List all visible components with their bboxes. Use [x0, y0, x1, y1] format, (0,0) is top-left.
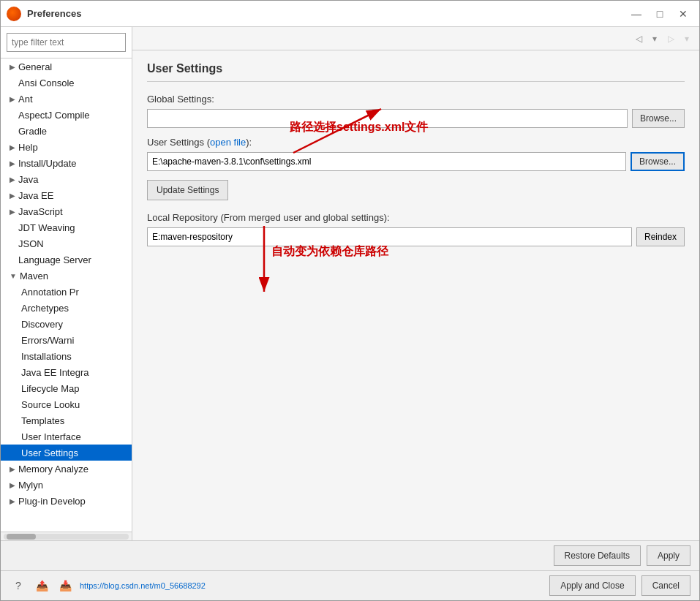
local-repo-input[interactable]	[147, 227, 632, 246]
main-content: ▶ General Ansi Console ▶ Ant AspectJ Com…	[1, 27, 699, 540]
search-box	[1, 27, 132, 58]
expand-icon-maven: ▼	[10, 272, 17, 280]
user-settings-link-label: User Settings (open file):	[147, 137, 685, 148]
sidebar-item-plug-in[interactable]: ▶ Plug-in Develop	[1, 493, 132, 509]
local-repo-label: Local Repository (From merged user and g…	[147, 212, 685, 223]
sidebar-scrollbar	[1, 532, 132, 540]
forward-button[interactable]: ▷	[664, 32, 677, 45]
tree-container: ▶ General Ansi Console ▶ Ant AspectJ Com…	[1, 58, 132, 532]
forward-dropdown-button[interactable]: ▾	[680, 32, 693, 45]
sidebar-item-ant[interactable]: ▶ Ant	[1, 91, 132, 107]
help-icon-button[interactable]: ?	[10, 577, 27, 594]
expand-icon: ▶	[10, 497, 15, 505]
expand-icon: ▶	[10, 159, 15, 167]
bottom-buttons-bottom: ? 📤 📥 https://blog.csdn.net/m0_56688292 …	[1, 570, 699, 600]
sidebar-item-mylyn[interactable]: ▶ Mylyn	[1, 477, 132, 493]
update-settings-button[interactable]: Update Settings	[147, 180, 228, 200]
back-dropdown-button[interactable]: ▾	[648, 32, 661, 45]
preferences-window: Preferences — □ ✕ ▶ General Ansi Console	[0, 0, 700, 601]
sidebar-item-general[interactable]: ▶ General	[1, 58, 132, 75]
global-settings-label: Global Settings:	[147, 94, 685, 105]
local-repo-section: Local Repository (From merged user and g…	[147, 212, 685, 246]
sidebar-item-discovery[interactable]: Discovery	[1, 316, 132, 332]
bottom-left-icons: ? 📤 📥 https://blog.csdn.net/m0_56688292	[10, 577, 206, 594]
app-icon	[7, 7, 21, 21]
global-browse-button[interactable]: Browse...	[632, 109, 685, 128]
sidebar-item-user-interface[interactable]: User Interface	[1, 428, 132, 445]
sidebar-item-java[interactable]: ▶ Java	[1, 171, 132, 187]
expand-icon: ▶	[10, 175, 15, 184]
sidebar-item-gradle[interactable]: Gradle	[1, 123, 132, 139]
sidebar-item-json[interactable]: JSON	[1, 235, 132, 252]
csdn-link[interactable]: https://blog.csdn.net/m0_56688292	[80, 581, 206, 590]
scrollbar-track	[4, 534, 129, 540]
sidebar-item-ansi-console[interactable]: Ansi Console	[1, 75, 132, 91]
bottom-bar: Restore Defaults Apply ? 📤 📥 https://blo…	[1, 540, 699, 600]
close-button[interactable]: ✕	[673, 5, 693, 23]
user-settings-input[interactable]	[147, 152, 626, 171]
expand-icon: ▶	[10, 465, 15, 473]
sidebar-item-memory-analyze[interactable]: ▶ Memory Analyze	[1, 461, 132, 477]
user-settings-row: Browse...	[147, 152, 685, 171]
sidebar-item-lifecycle-map[interactable]: Lifecycle Map	[1, 380, 132, 396]
sidebar-item-annotation-pr[interactable]: Annotation Pr	[1, 284, 132, 300]
sidebar: ▶ General Ansi Console ▶ Ant AspectJ Com…	[1, 27, 132, 540]
expand-icon: ▶	[10, 63, 15, 71]
expand-icon: ▶	[10, 95, 15, 103]
export-button[interactable]: 📤	[33, 577, 50, 594]
apply-button[interactable]: Apply	[647, 545, 690, 566]
sidebar-item-javascript[interactable]: ▶ JavaScript	[1, 203, 132, 219]
bottom-buttons-top: Restore Defaults Apply	[1, 541, 699, 570]
maximize-button[interactable]: □	[650, 5, 670, 23]
back-button[interactable]: ◁	[632, 32, 645, 45]
window-controls: — □ ✕	[626, 5, 693, 23]
sidebar-item-user-settings[interactable]: User Settings	[1, 445, 132, 461]
import-button[interactable]: 📥	[56, 577, 74, 594]
scrollbar-thumb[interactable]	[7, 534, 36, 540]
expand-icon: ▶	[10, 192, 15, 200]
sidebar-item-help[interactable]: ▶ Help	[1, 139, 132, 155]
reindex-button[interactable]: Reindex	[636, 227, 685, 246]
user-browse-button[interactable]: Browse...	[631, 152, 685, 171]
panel-body: User Settings Global Settings: Browse...…	[132, 50, 699, 540]
sidebar-item-java-ee[interactable]: ▶ Java EE	[1, 187, 132, 203]
right-panel: ◁ ▾ ▷ ▾ User Settings Global Settings: B…	[132, 27, 699, 540]
restore-defaults-button[interactable]: Restore Defaults	[554, 545, 641, 566]
sidebar-item-templates[interactable]: Templates	[1, 412, 132, 428]
expand-icon: ▶	[10, 208, 15, 216]
window-title: Preferences	[27, 8, 626, 19]
global-settings-row: Browse...	[147, 109, 685, 128]
expand-icon: ▶	[10, 481, 15, 489]
sidebar-item-archetypes[interactable]: Archetypes	[1, 300, 132, 316]
cancel-button[interactable]: Cancel	[641, 575, 690, 596]
sidebar-item-errors-warnings[interactable]: Errors/Warni	[1, 332, 132, 348]
expand-icon: ▶	[10, 143, 15, 151]
local-repo-row: Reindex	[147, 227, 685, 246]
apply-close-button[interactable]: Apply and Close	[549, 575, 635, 596]
panel-title: User Settings	[147, 62, 685, 82]
sidebar-item-language-server[interactable]: Language Server	[1, 252, 132, 268]
minimize-button[interactable]: —	[626, 5, 647, 23]
open-file-link[interactable]: open file	[210, 137, 246, 148]
sidebar-item-jdt-weaving[interactable]: JDT Weaving	[1, 219, 132, 235]
sidebar-item-maven[interactable]: ▼ Maven	[1, 268, 132, 284]
title-bar: Preferences — □ ✕	[1, 1, 699, 27]
annotation-text-2: 自动变为依赖仓库路径	[271, 244, 388, 260]
search-input[interactable]	[7, 33, 126, 52]
sidebar-item-java-ee-integr[interactable]: Java EE Integra	[1, 364, 132, 380]
panel-toolbar: ◁ ▾ ▷ ▾	[132, 27, 699, 50]
sidebar-item-aspectj[interactable]: AspectJ Compile	[1, 107, 132, 123]
sidebar-item-source-lookup[interactable]: Source Looku	[1, 396, 132, 412]
sidebar-item-installations[interactable]: Installations	[1, 348, 132, 364]
sidebar-item-install-update[interactable]: ▶ Install/Update	[1, 155, 132, 171]
bottom-right-buttons: Apply and Close Cancel	[549, 575, 690, 596]
global-settings-input[interactable]	[147, 109, 628, 128]
